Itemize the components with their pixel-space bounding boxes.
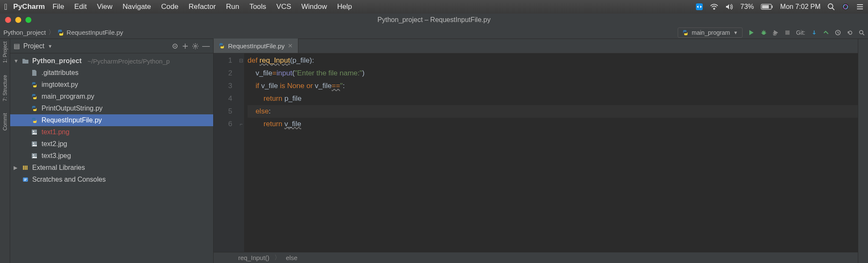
tree-file-name: text1.png	[42, 128, 70, 136]
menu-file[interactable]: File	[53, 3, 64, 11]
app-name[interactable]: PyCharm	[13, 3, 45, 11]
menu-edit[interactable]: Edit	[74, 3, 86, 11]
project-panel-title[interactable]: Project	[23, 42, 45, 50]
minimize-window-button[interactable]	[15, 17, 21, 23]
menu-help[interactable]: Help	[337, 3, 352, 11]
svg-rect-3	[772, 6, 773, 8]
tree-file[interactable]: text3.jpeg	[10, 150, 213, 162]
editor-body[interactable]: 123456 ⊟⌐ def req_Input(p_file): v_file=…	[214, 53, 858, 252]
scratches-icon	[22, 177, 30, 183]
tree-scratches-label: Scratches and Consoles	[32, 176, 106, 183]
python-file-icon	[57, 29, 64, 36]
file-icon	[31, 69, 39, 76]
svg-rect-18	[785, 30, 790, 35]
chevron-down-icon: ▼	[733, 30, 738, 35]
chevron-right-icon: ▶	[14, 165, 19, 171]
expand-all-icon[interactable]	[182, 43, 189, 50]
breadcrumb-file[interactable]: RequestInputFile.py	[67, 29, 123, 36]
debug-button[interactable]	[760, 29, 767, 36]
run-button[interactable]	[748, 30, 754, 36]
fold-gutter: ⊟⌐	[238, 53, 244, 252]
stop-button	[785, 30, 790, 35]
tree-root[interactable]: ▼ Python_project ~/PycharmProjects/Pytho…	[10, 55, 213, 67]
run-config-name: main_program	[692, 29, 730, 36]
battery-percent: 73%	[740, 3, 754, 11]
editor-tab[interactable]: RequestInputFile.py ✕	[214, 39, 298, 53]
tool-commit[interactable]: Commit	[2, 113, 8, 130]
code-content[interactable]: def req_Input(p_file): v_file=input("Ent…	[244, 53, 858, 252]
apple-icon[interactable]: 	[4, 2, 7, 12]
svg-rect-33	[26, 166, 28, 170]
menu-view[interactable]: View	[97, 3, 113, 11]
close-tab-icon[interactable]: ✕	[288, 42, 293, 49]
tool-project[interactable]: 1: Project	[2, 42, 8, 63]
tree-scratches[interactable]: Scratches and Consoles	[10, 174, 213, 185]
svg-point-23	[175, 45, 176, 47]
spotlight-icon[interactable]	[827, 3, 835, 11]
window-titlebar: Python_project – RequestInputFile.py	[0, 14, 868, 26]
editor-area: RequestInputFile.py ✕ 123456 ⊟⌐ def req_…	[214, 39, 858, 263]
main-area: 1: Project 7: Structure Commit ▤ Project…	[0, 39, 868, 263]
project-panel-header: ▤ Project ▼ —	[10, 39, 213, 53]
image-file-icon	[31, 153, 39, 159]
navigation-bar: Python_project 〉 RequestInputFile.py mai…	[0, 26, 868, 39]
menu-code[interactable]: Code	[161, 3, 178, 11]
git-history-icon[interactable]	[835, 30, 841, 36]
zoom-window-button[interactable]	[25, 17, 31, 23]
tree-file[interactable]: text2.jpg	[10, 138, 213, 150]
tree-file[interactable]: main_program.py	[10, 91, 213, 102]
tree-file-name: RequestInputFile.py	[42, 116, 102, 124]
python-file-icon	[31, 105, 39, 111]
tree-file[interactable]: .gitattributes	[10, 67, 213, 79]
editor-breadcrumb-bar: req_Input() 〉 else	[214, 252, 858, 263]
menu-navigate[interactable]: Navigate	[122, 3, 151, 11]
menu-run[interactable]: Run	[226, 3, 239, 11]
run-configuration-selector[interactable]: main_program ▼	[678, 28, 743, 38]
tree-file[interactable]: text1.png	[10, 126, 213, 138]
menu-refactor[interactable]: Refactor	[189, 3, 216, 11]
svg-line-17	[765, 31, 765, 32]
git-label: Git:	[796, 29, 805, 36]
svg-point-26	[33, 131, 34, 132]
tree-external-libraries[interactable]: ▶ External Libraries	[10, 162, 213, 174]
menu-window[interactable]: Window	[301, 3, 327, 11]
tree-file-selected[interactable]: RequestInputFile.py	[10, 114, 213, 126]
volume-icon[interactable]	[725, 3, 734, 10]
close-window-button[interactable]	[5, 17, 11, 23]
git-rollback-icon[interactable]	[847, 30, 853, 36]
git-update-icon[interactable]	[811, 30, 817, 36]
menu-vcs[interactable]: VCS	[276, 3, 291, 11]
breadcrumb-separator-icon: 〉	[48, 28, 55, 36]
menu-tools[interactable]: Tools	[249, 3, 266, 11]
tool-structure[interactable]: 7: Structure	[2, 75, 8, 101]
traffic-lights	[0, 17, 31, 23]
python-icon	[682, 30, 688, 36]
tree-file-name: text2.jpg	[42, 140, 67, 148]
project-view-icon: ▤	[14, 42, 20, 50]
git-commit-icon[interactable]	[823, 30, 829, 36]
clock[interactable]: Mon 7:02 PM	[780, 3, 821, 11]
search-everywhere-icon[interactable]	[859, 30, 865, 36]
teamviewer-icon[interactable]	[696, 3, 703, 11]
tree-file[interactable]: imgtotext.py	[10, 79, 213, 91]
gear-icon[interactable]	[192, 43, 199, 50]
svg-point-24	[195, 45, 196, 47]
python-file-icon	[31, 82, 39, 88]
run-with-coverage-button[interactable]	[773, 30, 779, 36]
hide-panel-icon[interactable]: —	[202, 42, 210, 50]
battery-icon[interactable]	[761, 4, 773, 10]
tree-file[interactable]: PrintOutputString.py	[10, 102, 213, 114]
chevron-down-icon[interactable]: ▼	[48, 44, 53, 49]
svg-rect-34	[23, 177, 28, 182]
svg-rect-2	[762, 5, 769, 8]
breadcrumb-project[interactable]: Python_project	[3, 29, 46, 36]
editor-breadcrumb-branch[interactable]: else	[286, 254, 298, 261]
select-opened-file-icon[interactable]	[172, 43, 178, 50]
svg-rect-32	[25, 166, 26, 170]
siri-icon[interactable]	[842, 3, 849, 11]
wifi-icon[interactable]	[710, 3, 718, 10]
control-center-icon[interactable]	[856, 3, 864, 10]
tree-file-name: main_program.py	[42, 93, 95, 100]
editor-breadcrumb-fn[interactable]: req_Input()	[238, 254, 269, 261]
tree-file-name: text3.jpeg	[42, 152, 71, 160]
